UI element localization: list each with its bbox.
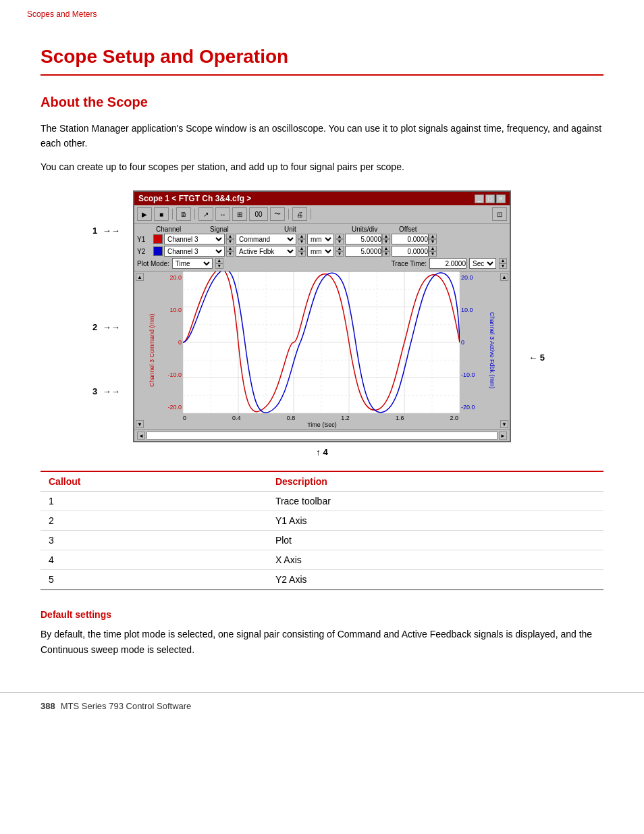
y2-row: Y2 Channel 3 ▲▼ Active Fdbk ▲▼: [137, 246, 507, 257]
default-settings-title: Default settings: [41, 609, 603, 620]
y1-unitsdiv-input[interactable]: [345, 234, 382, 244]
trace-time-input[interactable]: [429, 258, 466, 269]
scope-toolbar: ▶ ■ 🗎 ↗ ↔ ⊞ 00 〜 🖨 ⊡: [134, 205, 510, 224]
x-axis-label: Time (Sec): [159, 421, 485, 429]
col-channel: Channel: [156, 226, 210, 233]
plot-svg: [183, 271, 460, 413]
y1-unit-select[interactable]: mm: [307, 234, 334, 244]
callout-number-cell: 1: [41, 492, 267, 511]
pan-btn[interactable]: ↔: [215, 207, 230, 221]
scroll-right-down-arrow[interactable]: ▼: [500, 420, 508, 428]
description-col-header: Description: [267, 471, 603, 492]
col-unitsdiv: Units/div: [352, 226, 399, 233]
scroll-right-up-arrow[interactable]: ▲: [500, 273, 508, 281]
x-20: 2.0: [450, 415, 458, 421]
scope-titlebar: Scope 1 < FTGT Ch 3&4.cfg > _ □ ×: [134, 192, 510, 205]
settings-header: Channel Signal Unit Units/div Offset: [137, 226, 507, 234]
y1-row: Y1 Channel 3 ▲▼ Command ▲▼: [137, 234, 507, 244]
callout-description-cell: Y2 Axis: [267, 570, 603, 590]
callout-2: 2 →: [92, 322, 120, 332]
x-0: 0: [183, 415, 186, 421]
y1-color: [153, 234, 163, 244]
copy-btn[interactable]: 🗎: [176, 207, 191, 221]
plot-mode-label: Plot Mode:: [137, 260, 169, 267]
page-footer: 388 MTS Series 793 Control Software: [0, 692, 644, 719]
y1-channel-select[interactable]: Channel 3: [164, 234, 225, 244]
maximize-btn[interactable]: □: [485, 194, 495, 203]
y1-mid-high: 10.0: [169, 307, 182, 313]
callout-3: 3 →: [92, 386, 120, 396]
col-unit: Unit: [284, 226, 352, 233]
scroll-up-arrow[interactable]: ▲: [136, 273, 144, 281]
plot-scroll-right: ▲ ▼: [499, 271, 510, 429]
x-16: 1.6: [396, 415, 404, 421]
y2-offset-group: ▲▼: [392, 246, 437, 257]
config-btn[interactable]: ⊡: [492, 207, 507, 221]
toolbar-sep1: [172, 209, 173, 219]
callout-description-cell: Y1 Axis: [267, 511, 603, 531]
scope-bottom: ◄ ►: [134, 429, 510, 441]
count-btn[interactable]: 00: [249, 207, 268, 221]
zoom-btn[interactable]: ↗: [198, 207, 213, 221]
breadcrumb: Scopes and Meters: [0, 0, 644, 19]
callout-number-cell: 3: [41, 531, 267, 550]
table-row: 3Plot: [41, 531, 603, 550]
page-number: 388: [41, 701, 55, 711]
callout-description-cell: Plot: [267, 531, 603, 550]
y1-offset-input[interactable]: [392, 234, 429, 244]
y2-offset-input[interactable]: [392, 246, 429, 257]
y1-max: 20.0: [169, 274, 182, 281]
y2-unitsdiv-input[interactable]: [345, 246, 382, 257]
y2-channel-select[interactable]: Channel 3: [164, 246, 225, 257]
about-para2: You can create up to four scopes per sta…: [41, 159, 603, 174]
y2-max: 20.0: [461, 274, 473, 281]
y2-min: -20.0: [461, 404, 475, 411]
stop-btn[interactable]: ■: [154, 207, 169, 221]
trace-time-label: Trace Time:: [392, 260, 427, 267]
table-row: 5Y2 Axis: [41, 570, 603, 590]
y1-channel-spin: ▲▼: [226, 234, 234, 244]
callout-table: Callout Description 1Trace toolbar2Y1 Ax…: [41, 471, 603, 590]
scope-settings: Channel Signal Unit Units/div Offset Y1 …: [134, 224, 510, 271]
x-12: 1.2: [341, 415, 350, 421]
table-row: 1Trace toolbar: [41, 492, 603, 511]
y2-signal-select[interactable]: Active Fdbk: [236, 246, 296, 257]
y2-mid-low: -10.0: [461, 371, 475, 378]
minimize-btn[interactable]: _: [475, 194, 484, 203]
product-name: MTS Series 793 Control Software: [61, 701, 192, 711]
y1-label: Y1: [137, 236, 152, 243]
fit-btn[interactable]: ⊞: [232, 207, 247, 221]
callout-description-cell: Trace toolbar: [267, 492, 603, 511]
x-scroll-bar[interactable]: [146, 432, 498, 440]
toolbar-sep2: [194, 209, 195, 219]
callout-number-cell: 2: [41, 511, 267, 531]
y2-color: [153, 246, 163, 256]
y2-unit-select[interactable]: mm: [307, 246, 334, 257]
close-btn[interactable]: ×: [496, 194, 506, 203]
section-about-title: About the Scope: [41, 95, 603, 110]
y1-signal-select[interactable]: Command: [236, 234, 296, 244]
scroll-down-arrow[interactable]: ▼: [136, 420, 144, 428]
scroll-right-arrow[interactable]: ►: [499, 432, 507, 440]
trace-time-spin: ▲▼: [499, 258, 507, 269]
y2-unitsdiv-group: ▲▼: [345, 246, 390, 257]
y1-signal-spin: ▲▼: [298, 234, 306, 244]
plot-area: ▲ ▼ Channel 3 Command (mm) 20.0 10.0: [134, 271, 510, 429]
trace-time-unit-select[interactable]: Sec: [469, 258, 496, 269]
y1-zero: 0: [178, 339, 182, 346]
callout-description-cell: X Axis: [267, 550, 603, 570]
y2-axis-label: Channel 3 Active Fdbk (mm): [485, 271, 499, 429]
table-row: 2Y1 Axis: [41, 511, 603, 531]
scroll-left-arrow[interactable]: ◄: [137, 432, 145, 440]
wave-btn[interactable]: 〜: [270, 207, 285, 221]
callout-col-header: Callout: [41, 471, 267, 492]
play-btn[interactable]: ▶: [137, 207, 152, 221]
default-settings-text: By default, the time plot mode is select…: [41, 627, 603, 657]
y2-label: Y2: [137, 248, 152, 255]
print-btn[interactable]: 🖨: [292, 207, 307, 221]
x-04: 0.4: [232, 415, 241, 421]
plot-mode-select[interactable]: Time: [172, 258, 213, 269]
about-para1: The Station Manager application's Scope …: [41, 121, 603, 151]
callout-4: ↑ 4: [316, 447, 327, 457]
plot-scroll-left: ▲ ▼: [134, 271, 145, 429]
